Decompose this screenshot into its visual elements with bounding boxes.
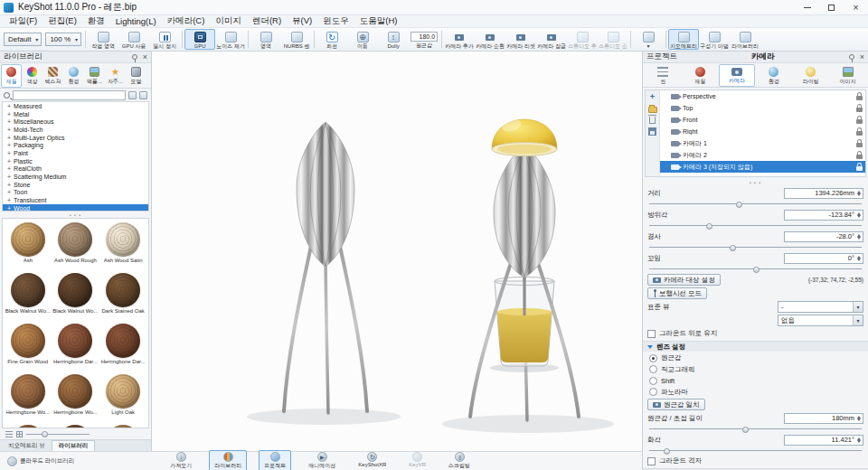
camera-2[interactable]: 카메라 2 <box>660 149 865 161</box>
material-thumbnail[interactable]: Ash <box>5 221 52 271</box>
slider-thumb[interactable] <box>664 448 670 455</box>
slider-thumb[interactable] <box>42 431 48 437</box>
orthographic-radio[interactable]: 직교그래픽 <box>647 365 863 375</box>
lock-icon[interactable] <box>856 155 863 159</box>
save-camera-icon[interactable] <box>648 127 656 136</box>
lib-tab-environment[interactable]: 환경 <box>63 64 84 88</box>
expander-icon[interactable]: + <box>7 111 11 118</box>
viewport-3d-scene[interactable] <box>152 52 642 451</box>
camera-perspective[interactable]: Perspective <box>660 90 865 102</box>
library-category[interactable]: + Toon <box>3 189 148 197</box>
keyvr-button[interactable]: KeyVR <box>403 450 431 470</box>
expander-icon[interactable]: + <box>7 197 11 203</box>
twist-slider[interactable] <box>649 266 862 272</box>
camera-right[interactable]: Right <box>660 126 865 137</box>
project-tab-camera[interactable]: 카메라 <box>719 64 756 87</box>
cycle-studios-button[interactable]: 스튜디오 순환 <box>598 29 628 50</box>
library-category[interactable]: + Translucent <box>3 196 148 204</box>
expander-icon[interactable]: + <box>7 158 11 164</box>
project-tab-lighting[interactable]: 라이팅 <box>792 64 829 87</box>
library-category[interactable]: + Measured <box>3 102 148 110</box>
gpu-usage-button[interactable]: GPU 사용 <box>118 29 149 50</box>
set-camera-target-button[interactable]: 카메라 대상 설정 <box>647 274 721 286</box>
import-button[interactable]: 가져오기 <box>165 450 197 470</box>
lib-tab-color[interactable]: 색상 <box>22 64 42 88</box>
filter-icon[interactable] <box>128 91 137 99</box>
search-icon[interactable] <box>4 92 10 99</box>
minimize-button[interactable] <box>795 0 819 14</box>
ground-grid-checkbox[interactable]: 그라운드 격자 <box>647 456 863 466</box>
slider-thumb[interactable] <box>753 267 760 273</box>
menu-camera[interactable]: 카메라(C) <box>162 15 211 27</box>
lib-tab-backplate[interactable]: 백플... <box>84 64 105 88</box>
material-thumbnail[interactable]: Herringbone Dar... <box>99 322 146 372</box>
expander-icon[interactable]: + <box>7 118 11 125</box>
twist-input[interactable]: 0° <box>784 253 863 264</box>
lens-settings-section[interactable]: 렌즈 설정 <box>643 341 868 352</box>
inclination-slider[interactable] <box>649 244 862 250</box>
lib-tab-favorites[interactable]: 자주... <box>105 64 126 88</box>
camera-top[interactable]: Top <box>660 102 865 114</box>
thumbnail-size-slider[interactable] <box>26 430 90 438</box>
cloud-library-button[interactable]: 클라우드 라이브러리 <box>0 456 81 466</box>
scripting-button[interactable]: 스크립팅 <box>443 450 476 470</box>
slider-thumb[interactable] <box>730 245 736 251</box>
zoom-select[interactable]: 100 % <box>45 33 81 46</box>
realtime-viewport[interactable] <box>152 52 642 451</box>
camera-1[interactable]: 카메라 1 <box>660 137 865 149</box>
library-manager-button[interactable]: 라이브러리 관리자 <box>730 29 760 50</box>
pin-icon[interactable] <box>132 54 137 60</box>
expander-icon[interactable]: + <box>7 174 11 180</box>
add-studio-button[interactable]: 스튜디오 추가 <box>567 29 598 50</box>
delete-icon[interactable] <box>649 117 656 124</box>
expander-icon[interactable]: + <box>7 142 11 148</box>
expander-icon[interactable]: + <box>7 182 11 188</box>
fov-input[interactable]: 11.421° <box>784 435 863 446</box>
azimuth-slider[interactable] <box>649 222 862 229</box>
expander-icon[interactable]: + <box>7 135 11 141</box>
menu-lighting[interactable]: Lighting(L) <box>110 16 162 26</box>
configurator-wizard-button[interactable]: 구성기 마법사 <box>699 29 730 50</box>
reset-camera-button[interactable]: 카메라 리셋 <box>505 29 536 50</box>
lib-tab-model[interactable]: 모델 <box>126 64 146 88</box>
project-tab-image[interactable]: 이미지 <box>829 64 866 87</box>
library-category[interactable]: + Plastic <box>3 157 148 165</box>
search-input[interactable] <box>13 90 126 100</box>
tumble-button[interactable]: 회전 <box>316 29 347 50</box>
distance-input[interactable]: 1394.226mm <box>784 188 863 199</box>
title-bar[interactable]: KeyShot 11.0.0 Pro - 레몬.bip <box>0 0 868 15</box>
close-panel-icon[interactable]: × <box>143 53 147 61</box>
splitter-handle[interactable] <box>0 212 151 218</box>
material-thumbnail[interactable]: Ash Wood Rough <box>52 221 99 271</box>
tools-button[interactable]: 도구 <box>633 29 664 50</box>
expander-icon[interactable]: + <box>7 150 11 156</box>
lib-tab-texture[interactable]: 텍스처 <box>42 64 63 88</box>
distance-slider[interactable] <box>649 201 862 207</box>
slider-thumb[interactable] <box>736 202 742 208</box>
inclination-input[interactable]: -28.0° <box>784 231 863 242</box>
dolly-button[interactable]: Dolly <box>378 29 409 50</box>
add-camera-button[interactable]: 카메라 추가 <box>444 29 475 50</box>
keyshotxr-button[interactable]: KeyShotXR <box>353 450 392 470</box>
expander-icon[interactable]: + <box>7 103 11 109</box>
library-category[interactable]: + RealCloth <box>3 165 148 174</box>
list-view-icon[interactable] <box>5 431 13 437</box>
lock-icon[interactable] <box>856 166 863 171</box>
project-tab-scene[interactable]: 씬 <box>645 64 682 87</box>
camera-front[interactable]: Front <box>660 114 865 126</box>
maximize-button[interactable] <box>819 0 844 14</box>
workspace-button[interactable]: 작업 영역 <box>88 29 118 50</box>
workspace-preset-select[interactable]: Default <box>4 33 42 46</box>
material-thumbnail[interactable]: Dark Stained Oak <box>99 271 146 322</box>
slider-thumb[interactable] <box>742 427 749 433</box>
grid-view-icon[interactable] <box>16 431 23 437</box>
close-button[interactable] <box>844 0 868 14</box>
add-camera-icon[interactable] <box>648 93 657 101</box>
fov-input[interactable]: 180.0 <box>410 32 438 42</box>
keep-above-ground-checkbox[interactable]: 그라운드 위로 유지 <box>647 328 863 339</box>
folder-icon[interactable] <box>648 107 657 113</box>
material-thumbnail[interactable]: Herringbone Dar... <box>52 322 99 372</box>
library-category[interactable]: + Stone <box>3 181 148 189</box>
cycle-cameras-button[interactable]: 카메라 순환 <box>475 29 505 50</box>
settings-icon[interactable] <box>139 91 147 99</box>
